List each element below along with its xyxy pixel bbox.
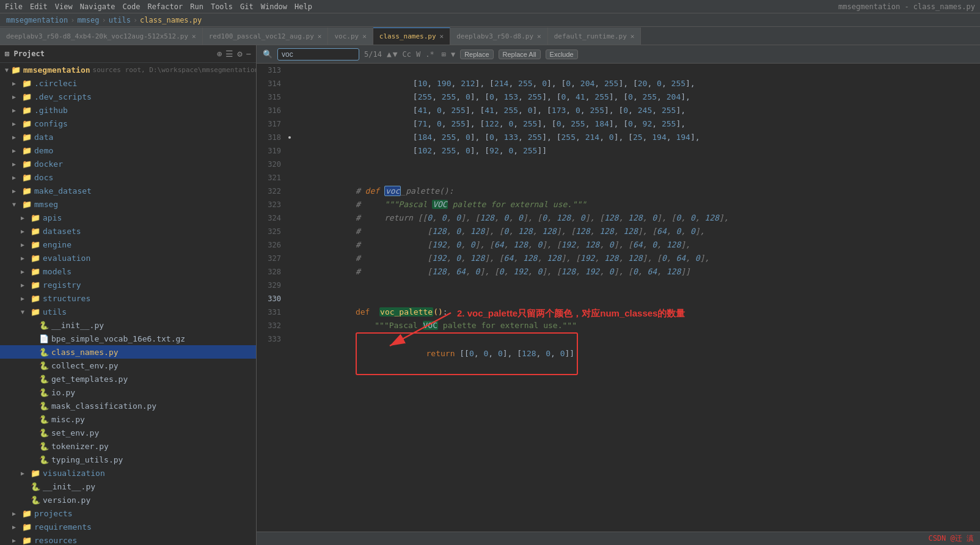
code-content[interactable]: [10, 190, 212], [214, 255, 0], [0, 204, … bbox=[292, 64, 980, 532]
tab-close-icon[interactable]: ✕ bbox=[192, 32, 196, 40]
search-icon: 🔍 bbox=[263, 49, 272, 59]
sidebar: ⊞ Project ⊕ ☰ ⚙ − ▼ 📁 mmsegmentation sou… bbox=[0, 45, 257, 545]
code-line-331: """Pascal VOC palette for external use."… bbox=[298, 305, 980, 319]
tab-close-icon[interactable]: ✕ bbox=[440, 32, 444, 40]
sidebar-item-init2[interactable]: ▶ 🐍 __init__.py bbox=[0, 480, 256, 493]
root-label: mmsegmentation bbox=[23, 65, 90, 75]
sidebar-item-makedataset[interactable]: ▶ 📁 make_dataset bbox=[0, 184, 256, 197]
menu-help[interactable]: Help bbox=[294, 2, 312, 11]
sidebar-item-datasets[interactable]: ▶ 📁 datasets bbox=[0, 224, 256, 238]
sidebar-item-github[interactable]: ▶ 📁 .github bbox=[0, 103, 256, 117]
sidebar-item-init[interactable]: ▶ 🐍 __init__.py bbox=[0, 318, 256, 332]
tab-close-icon[interactable]: ✕ bbox=[318, 32, 322, 40]
code-line-320 bbox=[298, 158, 980, 171]
tab-red100[interactable]: red100_pascal_voc12_aug.py ✕ bbox=[203, 27, 329, 45]
project-panel-title: ⊞ Project bbox=[5, 49, 45, 58]
tab-deeplabv3[interactable]: deeplabv3_r50-d8_4xb4-20k_voc12aug-512x5… bbox=[0, 27, 203, 45]
sidebar-item-collectenv[interactable]: ▶ 🐍 collect_env.py bbox=[0, 359, 256, 372]
tab-close-icon[interactable]: ✕ bbox=[362, 32, 367, 40]
sidebar-item-tokenizer[interactable]: ▶ 🐍 tokenizer.py bbox=[0, 439, 256, 453]
sidebar-item-configs[interactable]: ▶ 📁 configs bbox=[0, 117, 256, 130]
code-line-325: # [192, 0, 0], [64, 128, 0], [192, 128, … bbox=[298, 225, 980, 238]
sidebar-item-evaluation[interactable]: ▶ 📁 evaluation bbox=[0, 251, 256, 265]
sidebar-item-mmseg[interactable]: ▼ 📁 mmseg bbox=[0, 197, 256, 211]
code-line-333 bbox=[298, 332, 980, 346]
sidebar-item-utils[interactable]: ▼ 📁 utils bbox=[0, 305, 256, 318]
sidebar-item-io[interactable]: ▶ 🐍 io.py bbox=[0, 386, 256, 399]
tab-default-runtime[interactable]: default_runtime.py ✕ bbox=[548, 27, 642, 45]
replace-all-button[interactable]: Replace All bbox=[499, 49, 541, 59]
menu-view[interactable]: View bbox=[55, 2, 73, 11]
tab-deeplabv3-2[interactable]: deeplabv3_r50-d8.py ✕ bbox=[450, 27, 547, 45]
sidebar-item-circleci[interactable]: ▶ 📁 .circleci bbox=[0, 76, 256, 90]
sidebar-item-engine[interactable]: ▶ 📁 engine bbox=[0, 238, 256, 251]
exclude-button[interactable]: Exclude bbox=[546, 49, 578, 59]
sidebar-item-docker[interactable]: ▶ 📁 docker bbox=[0, 157, 256, 170]
scope-icon[interactable]: ▼ bbox=[451, 50, 455, 59]
menu-refactor[interactable]: Refactor bbox=[147, 2, 183, 11]
sidebar-item-classnames[interactable]: ▶ 🐍 class_names.py bbox=[0, 345, 256, 359]
bc-classnames[interactable]: class_names.py bbox=[140, 16, 202, 24]
sidebar-item-projects[interactable]: ▶ 📁 projects bbox=[0, 507, 256, 520]
locate-icon[interactable]: ⊕ bbox=[217, 49, 222, 59]
search-input[interactable] bbox=[282, 50, 355, 59]
prev-match-icon[interactable]: ▲ bbox=[387, 49, 392, 59]
menu-git[interactable]: Git bbox=[240, 2, 254, 11]
sidebar-item-devscripts[interactable]: ▶ 📁 .dev_scripts bbox=[0, 90, 256, 103]
sidebar-item-typingutils[interactable]: ▶ 🐍 typing_utils.py bbox=[0, 453, 256, 466]
sidebar-item-apis[interactable]: ▶ 📁 apis bbox=[0, 211, 256, 224]
tab-classnames[interactable]: class_names.py ✕ bbox=[373, 27, 450, 45]
sidebar-item-registry[interactable]: ▶ 📁 registry bbox=[0, 278, 256, 291]
search-bar: 🔍 5/14 ▲ ▼ Cc W .* ⊞ ▼ Replace Replace A… bbox=[257, 45, 980, 64]
sidebar-item-docs[interactable]: ▶ 📁 docs bbox=[0, 170, 256, 184]
case-icon[interactable]: Cc bbox=[403, 50, 411, 59]
sidebar-item-misc[interactable]: ▶ 🐍 misc.py bbox=[0, 412, 256, 426]
sidebar-item-demo[interactable]: ▶ 📁 demo bbox=[0, 144, 256, 157]
menu-window[interactable]: Window bbox=[261, 2, 287, 11]
code-line-332: return [[0, 0, 0], [128, 0, 0]] bbox=[298, 319, 980, 332]
sidebar-header: ⊞ Project ⊕ ☰ ⚙ − bbox=[0, 45, 256, 63]
next-match-icon[interactable]: ▼ bbox=[393, 49, 398, 59]
code-line-330: def voc_palette(): bbox=[298, 292, 980, 305]
close-sidebar-icon[interactable]: − bbox=[246, 49, 251, 59]
code-line-313: [10, 190, 212], [214, 255, 0], [0, 204, … bbox=[298, 64, 980, 77]
code-line-316: [71, 0, 255], [122, 0, 255], [0, 255, 18… bbox=[298, 104, 980, 117]
sidebar-item-resources[interactable]: ▶ 📁 resources bbox=[0, 533, 256, 545]
watermark: CSDN @迁 滇 bbox=[928, 533, 974, 544]
sidebar-item-models[interactable]: ▶ 📁 models bbox=[0, 265, 256, 278]
regex-icon[interactable]: .* bbox=[425, 50, 434, 59]
collapse-all-icon[interactable]: ☰ bbox=[225, 49, 233, 59]
menu-tools[interactable]: Tools bbox=[211, 2, 233, 11]
bc-utils[interactable]: utils bbox=[109, 16, 131, 24]
menu-run[interactable]: Run bbox=[190, 2, 203, 11]
sidebar-item-gettemplates[interactable]: ▶ 🐍 get_templates.py bbox=[0, 372, 256, 386]
sidebar-item-bpe[interactable]: ▶ 📄 bpe_simple_vocab_16e6.txt.gz bbox=[0, 332, 256, 345]
code-line-315: [41, 0, 255], [41, 255, 0], [173, 0, 255… bbox=[298, 90, 980, 104]
bc-mmsegmentation[interactable]: mmsegmentation bbox=[6, 16, 68, 24]
filter-icon[interactable]: ⊞ bbox=[442, 50, 446, 59]
code-line-324: # [128, 0, 128], [0, 128, 128], [128, 12… bbox=[298, 211, 980, 225]
code-line-321: # def voc_palette(): bbox=[298, 171, 980, 185]
tab-close-icon[interactable]: ✕ bbox=[537, 32, 541, 40]
menu-code[interactable]: Code bbox=[123, 2, 141, 11]
menu-navigate[interactable]: Navigate bbox=[80, 2, 115, 11]
word-icon[interactable]: W bbox=[416, 50, 420, 59]
sidebar-item-structures[interactable]: ▶ 📁 structures bbox=[0, 291, 256, 305]
tab-label: deeplabv3_r50-d8.py bbox=[456, 32, 533, 40]
sidebar-item-visualization[interactable]: ▶ 📁 visualization bbox=[0, 466, 256, 480]
menu-file[interactable]: File bbox=[5, 2, 23, 11]
sidebar-item-setenv[interactable]: ▶ 🐍 set_env.py bbox=[0, 426, 256, 439]
bc-mmseg[interactable]: mmseg bbox=[77, 16, 99, 24]
sidebar-item-requirements[interactable]: ▶ 📁 requirements bbox=[0, 520, 256, 533]
sidebar-item-data[interactable]: ▶ 📁 data bbox=[0, 130, 256, 144]
code-wrapper: [10, 190, 212], [214, 255, 0], [0, 204, … bbox=[292, 64, 980, 532]
sidebar-item-root[interactable]: ▼ 📁 mmsegmentation sources root, D:\work… bbox=[0, 63, 256, 76]
replace-button[interactable]: Replace bbox=[460, 49, 493, 59]
tab-voc[interactable]: voc.py ✕ bbox=[328, 27, 373, 45]
code-line-319 bbox=[298, 144, 980, 158]
menu-edit[interactable]: Edit bbox=[30, 2, 48, 11]
sidebar-item-version[interactable]: ▶ 🐍 version.py bbox=[0, 493, 256, 507]
settings-icon[interactable]: ⚙ bbox=[237, 49, 242, 59]
tab-close-icon[interactable]: ✕ bbox=[631, 32, 635, 40]
sidebar-item-maskclassification[interactable]: ▶ 🐍 mask_classification.py bbox=[0, 399, 256, 412]
